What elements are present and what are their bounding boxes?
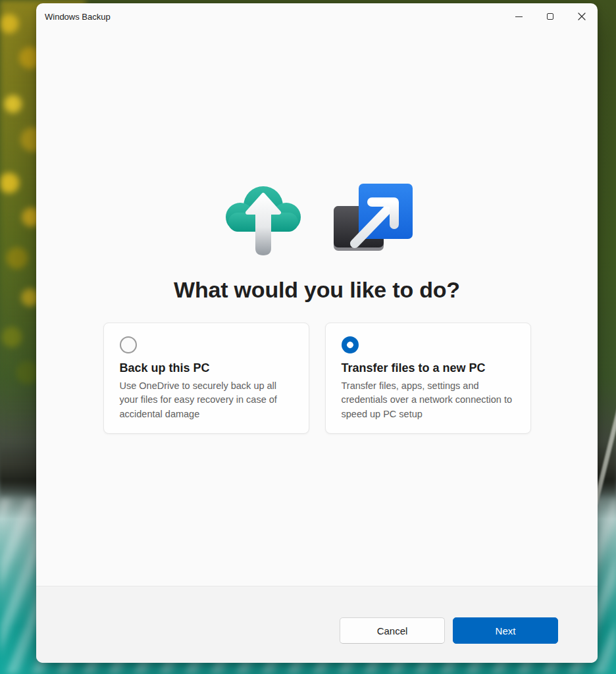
cancel-button[interactable]: Cancel [340, 617, 445, 644]
minimize-button[interactable] [503, 3, 534, 30]
options-row: Back up this PC Use OneDrive to securely… [36, 323, 598, 434]
window-title: Windows Backup [45, 12, 111, 22]
minimize-icon [515, 16, 523, 17]
radio-transfer[interactable] [342, 336, 359, 353]
window-controls [503, 3, 598, 30]
option-description: Use OneDrive to securely back up all you… [120, 379, 293, 421]
footer-bar: Cancel Next [36, 586, 598, 663]
option-title: Transfer files to a new PC [342, 361, 515, 375]
titlebar[interactable]: Windows Backup [36, 3, 598, 31]
cloud-backup-icon [220, 180, 306, 259]
close-icon [578, 13, 586, 20]
windows-backup-window: Windows Backup [36, 3, 598, 663]
next-button[interactable]: Next [453, 617, 558, 644]
option-card-transfer[interactable]: Transfer files to a new PC Transfer file… [325, 323, 531, 434]
transfer-files-icon [332, 182, 414, 256]
footer-buttons: Cancel Next [340, 617, 558, 644]
close-button[interactable] [566, 3, 598, 30]
page-title: What would you like to do? [36, 277, 598, 303]
option-description: Transfer files, apps, settings and crede… [342, 379, 515, 421]
maximize-button[interactable] [534, 3, 566, 30]
hero-icons [36, 180, 598, 259]
option-card-backup[interactable]: Back up this PC Use OneDrive to securely… [103, 323, 309, 434]
maximize-icon [547, 13, 553, 20]
radio-backup[interactable] [120, 336, 137, 353]
option-title: Back up this PC [120, 361, 293, 375]
